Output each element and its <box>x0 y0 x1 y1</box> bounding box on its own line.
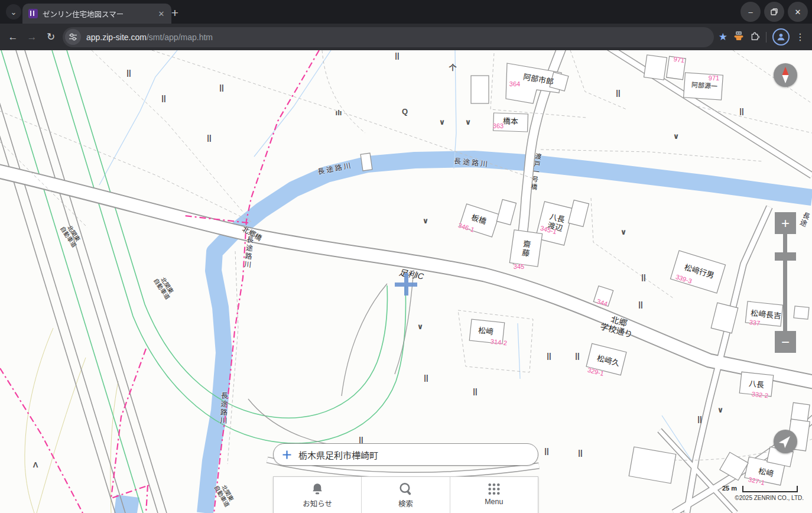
browser-titlebar: ⌄ ゼンリン住宅地図スマー ✕ + – ✕ <box>0 0 812 24</box>
map-canvas[interactable]: 阿部市郎橋本阿部源一板橋八長 渡辺齋藤松﨑行男松﨑長吉松﨑松﨑久八長松﨑長途路川… <box>0 50 812 513</box>
scale-label: 25 m <box>722 485 737 492</box>
browser-tab[interactable]: ゼンリン住宅地図スマー ✕ <box>22 4 171 24</box>
site-info-button[interactable] <box>65 29 81 45</box>
new-tab-button[interactable]: + <box>167 5 183 21</box>
nav-notices-button[interactable]: お知らせ <box>274 477 361 513</box>
url-host: app.zip-site.com <box>86 33 147 42</box>
compass-needle-icon <box>774 63 797 87</box>
nav-search-button[interactable]: 検索 <box>361 477 449 513</box>
tab-close-icon[interactable]: ✕ <box>156 8 167 19</box>
extension-robot-icon[interactable] <box>733 31 744 43</box>
window-controls: – ✕ <box>740 2 808 22</box>
map-search-bar[interactable]: 栃木県足利市樺崎町 <box>273 443 538 466</box>
search-icon <box>398 482 413 496</box>
address-bar[interactable]: app.zip-site.com/smt/app/map.htm <box>63 27 714 47</box>
tab-search-button[interactable]: ⌄ <box>6 4 21 20</box>
nav-menu-label: Menu <box>485 498 503 506</box>
nav-search-label: 検索 <box>398 498 413 509</box>
bookmark-star-icon[interactable]: ★ <box>719 31 727 43</box>
toolbar-right: ★ ⋮ <box>719 28 808 46</box>
close-window-button[interactable]: ✕ <box>788 2 808 22</box>
compass-button[interactable] <box>774 63 797 87</box>
navigation-arrow-icon <box>774 430 797 453</box>
back-button[interactable]: ← <box>4 28 22 47</box>
url-path: /smt/app/map.htm <box>147 33 213 42</box>
restore-icon <box>771 8 778 15</box>
browser-window: ⌄ ゼンリン住宅地図スマー ✕ + – ✕ ← → ↻ <box>0 0 812 513</box>
zoom-out-button[interactable]: − <box>775 331 796 353</box>
scale-bar <box>742 486 798 492</box>
bell-icon <box>310 482 325 496</box>
browser-toolbar: ← → ↻ app.zip-site.com/smt/app/map.htm ★ <box>0 24 812 50</box>
restore-button[interactable] <box>764 2 784 22</box>
search-input-value: 栃木県足利市樺崎町 <box>298 449 378 461</box>
profile-avatar[interactable] <box>772 28 790 46</box>
plus-icon <box>282 450 292 460</box>
zoom-slider-track[interactable] <box>783 234 787 331</box>
reload-button[interactable]: ↻ <box>41 28 60 47</box>
contour-lines <box>25 328 118 513</box>
tune-icon <box>69 33 77 41</box>
nav-menu-button[interactable]: Menu <box>450 477 538 513</box>
url-text: app.zip-site.com/smt/app/map.htm <box>86 33 213 42</box>
bottom-toolbar: お知らせ 検索 Menu <box>273 476 538 513</box>
extensions-puzzle-icon[interactable] <box>750 31 760 43</box>
zenrin-favicon <box>28 9 38 18</box>
grid-icon <box>486 482 502 496</box>
forward-button[interactable]: → <box>22 28 41 47</box>
tab-title: ゼンリン住宅地図スマー <box>43 8 151 20</box>
toolbar-divider <box>766 32 766 43</box>
nav-notices-label: お知らせ <box>303 498 332 509</box>
zoom-in-button[interactable]: + <box>775 212 796 234</box>
person-icon <box>776 32 786 42</box>
chrome-menu-icon[interactable]: ⋮ <box>795 31 805 43</box>
current-location-button[interactable] <box>774 430 797 453</box>
minimize-button[interactable]: – <box>740 2 761 22</box>
copyright-text: ©2025 ZENRIN CO., LTD. <box>735 495 804 501</box>
zoom-slider-handle[interactable] <box>775 252 796 261</box>
boundary-lines <box>0 50 319 513</box>
